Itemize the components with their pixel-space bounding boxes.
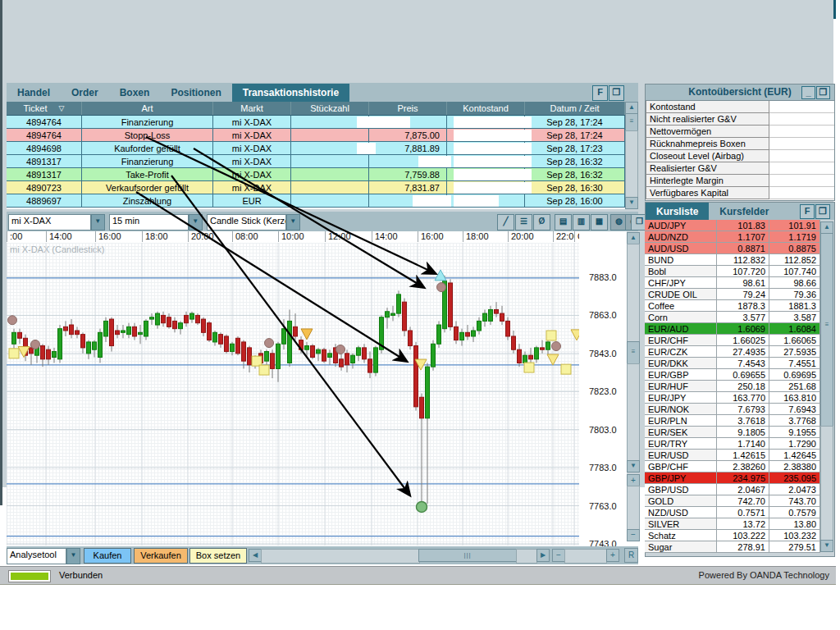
chart-zoom-track[interactable]	[627, 486, 640, 530]
chevron-down-icon[interactable]: ▼	[66, 548, 80, 564]
quote-row[interactable]: EUR/PLN3.76183.7768	[645, 415, 820, 427]
quote-row[interactable]: EUR/CHF1.660251.66065	[645, 335, 820, 346]
chart-zoom-in-icon[interactable]: +	[627, 474, 640, 486]
chart-vscroll-thumb[interactable]: ≡	[627, 341, 640, 364]
set-box-button[interactable]: Box setzen	[189, 548, 247, 564]
quote-row[interactable]: EUR/DKK7.45437.4551	[645, 358, 820, 369]
minimize-icon[interactable]: _	[801, 86, 815, 99]
tab-positionen[interactable]: Positionen	[160, 84, 231, 102]
table-row[interactable]: 4890723Verkaufsorder gefülltmi X-DAX7,83…	[7, 181, 625, 194]
quote-row[interactable]: EUR/CZK27.493527.5935	[645, 346, 820, 358]
quote-row[interactable]: CHF/JPY98.6198.66	[645, 277, 820, 289]
chart-reset-button[interactable]: R	[624, 548, 638, 563]
quote-row[interactable]: Coffee1878.31881.3	[645, 300, 820, 312]
quote-row[interactable]: EUR/NOK7.67937.6943	[645, 404, 820, 415]
column-header[interactable]: Markt	[213, 102, 291, 115]
table-row[interactable]: 4894698Kauforder gefülltmi X-DAX7,881.89…	[7, 142, 625, 155]
tab-boxen[interactable]: Boxen	[109, 84, 161, 102]
filter-triangle-icon[interactable]: ▽	[59, 104, 65, 112]
table-row[interactable]: 4894764Finanzierungmi X-DAXSep 28, 17:24	[7, 116, 625, 129]
buy-button[interactable]: Kaufen	[84, 548, 131, 564]
quotes-scroll-down-icon[interactable]: ▼	[820, 540, 833, 552]
quote-row[interactable]: GOLD742.70743.70	[645, 495, 820, 507]
dashed-line-icon[interactable]: ☰	[515, 214, 532, 231]
quote-row[interactable]: GBP/JPY234.975235.095	[645, 472, 820, 484]
analysis-tool-select[interactable]: Analysetool ▼	[7, 548, 80, 563]
column-header[interactable]: Stückzahl	[291, 102, 369, 115]
quote-row[interactable]: AUD/USD0.88710.8875	[645, 243, 820, 254]
column-header[interactable]: Datum / Zeit	[525, 102, 625, 115]
chart-vscroll-track2[interactable]	[627, 363, 640, 462]
float-button[interactable]: F	[592, 85, 608, 101]
quote-row[interactable]: GBP/USD2.04672.0473	[645, 484, 820, 495]
restore-window-icon[interactable]: ❐	[816, 86, 830, 99]
chart-scroll-right-icon[interactable]: ▶	[536, 549, 550, 562]
quote-row[interactable]: Sugar278.91279.51	[645, 541, 820, 553]
quote-row[interactable]: EUR/TRY1.71401.7290	[645, 438, 820, 450]
quote-row[interactable]: EUR/HUF250.18251.68	[645, 381, 820, 392]
interval-select[interactable]: 15 min ▼	[109, 214, 203, 229]
quote-row[interactable]: GBP/CHF2.382602.38380	[645, 461, 820, 472]
instrument-select[interactable]: mi X-DAX ▼	[8, 214, 105, 229]
time-zoom-out-icon[interactable]: −	[552, 549, 565, 562]
quotes-scroll-up-icon[interactable]: ▲	[820, 221, 833, 234]
table-row[interactable]: 4894764Stopp-Lossmi X-DAX7,875.00Sep 28,…	[7, 129, 625, 142]
candlestick-chart[interactable]: mi X-DAX (Candlestick)	[7, 243, 579, 546]
quote-row[interactable]: EUR/GBP0.696550.69695	[645, 369, 820, 381]
grid-style-1-icon[interactable]: ▤	[555, 214, 572, 231]
chart-scroll-left-icon[interactable]: ◀	[249, 549, 262, 562]
quote-row[interactable]: CRUDE OIL79.2479.36	[645, 289, 820, 300]
quote-row[interactable]: EUR/SEK9.18059.1955	[645, 427, 820, 438]
float-button[interactable]: F	[800, 204, 815, 219]
table-scroll-up-icon[interactable]: ▲	[625, 102, 638, 114]
chevron-down-icon[interactable]: ▼	[286, 214, 300, 231]
table-row[interactable]: 4891317Finanzierungmi X-DAXSep 28, 16:32	[7, 155, 625, 168]
chart-hscroll-track2[interactable]	[516, 549, 537, 564]
table-scroll-down-icon[interactable]: ▼	[625, 197, 638, 209]
quote-row[interactable]: EUR/USD1.426151.42645	[645, 450, 820, 461]
sell-button[interactable]: Verkaufen	[134, 548, 188, 564]
table-scrollbar-track[interactable]	[625, 130, 638, 199]
tab-order[interactable]: Order	[61, 84, 109, 102]
chart-hscroll-thumb[interactable]: |||	[418, 549, 517, 562]
chart-type-select[interactable]: Candle Stick (Kerze ▼	[207, 214, 300, 229]
empty-set-icon[interactable]: Ø	[533, 214, 550, 231]
chart-zoom-out-icon[interactable]: −	[627, 529, 640, 541]
chevron-down-icon[interactable]: ▼	[189, 214, 203, 231]
time-zoom-in-icon[interactable]: +	[606, 549, 619, 562]
quote-row[interactable]: EUR/AUD1.60691.6084	[645, 323, 820, 335]
grid-style-2-icon[interactable]: ▥	[573, 214, 590, 231]
column-header[interactable]: Kontostand	[447, 102, 525, 115]
table-row[interactable]: 4889697ZinszahlungEURSep 28, 16:00	[7, 194, 625, 208]
trendline-icon[interactable]: ╱	[497, 214, 514, 231]
quote-row[interactable]: AUD/NZD1.17071.1719	[645, 231, 820, 243]
quote-row[interactable]: Bobl107.720107.740	[645, 266, 820, 277]
time-zoom-track[interactable]	[564, 549, 607, 564]
chevron-down-icon[interactable]: ▼	[91, 214, 105, 231]
quote-row[interactable]: EUR/JPY163.770163.810	[645, 392, 820, 404]
quote-row[interactable]: AUD/JPY101.83101.91	[645, 220, 820, 231]
column-header[interactable]: Ticket▽	[7, 102, 82, 115]
table-scrollbar-thumb[interactable]: ≡	[625, 113, 638, 131]
quotes-scrollbar-thumb[interactable]: ≡	[820, 233, 833, 427]
quote-row[interactable]: BUND112.832112.852	[645, 254, 820, 266]
chart-scroll-down-icon[interactable]: ▼	[627, 460, 640, 472]
restore-window-icon[interactable]: ❐	[609, 85, 624, 101]
chart-vscroll-track[interactable]	[627, 244, 640, 343]
column-header[interactable]: Art	[82, 102, 213, 115]
column-header[interactable]: Preis	[369, 102, 447, 115]
table-row[interactable]: 4891317Take-Profitmi X-DAX7,759.88Sep 28…	[7, 168, 625, 181]
chart-scroll-up-icon[interactable]: ▲	[627, 232, 640, 244]
tab-handel[interactable]: Handel	[7, 84, 61, 102]
tab-transaktionshistorie[interactable]: Transaktionshistorie	[232, 84, 349, 102]
restore-window-icon[interactable]: ❐	[815, 204, 830, 219]
tab-kursliste[interactable]: Kursliste	[646, 203, 709, 221]
quote-row[interactable]: SILVER13.7213.80	[645, 518, 820, 530]
quotes-scrollbar-track[interactable]	[820, 426, 833, 541]
chart-hscroll-track[interactable]	[261, 549, 420, 564]
quote-row[interactable]: Corn3.5773.587	[645, 312, 820, 323]
tab-kursfelder[interactable]: Kursfelder	[709, 203, 779, 221]
grid-style-3-icon[interactable]: ▦	[591, 214, 608, 231]
quote-row[interactable]: NZD/USD0.75710.7579	[645, 507, 820, 518]
quote-row[interactable]: Schatz103.222103.232	[645, 530, 820, 541]
